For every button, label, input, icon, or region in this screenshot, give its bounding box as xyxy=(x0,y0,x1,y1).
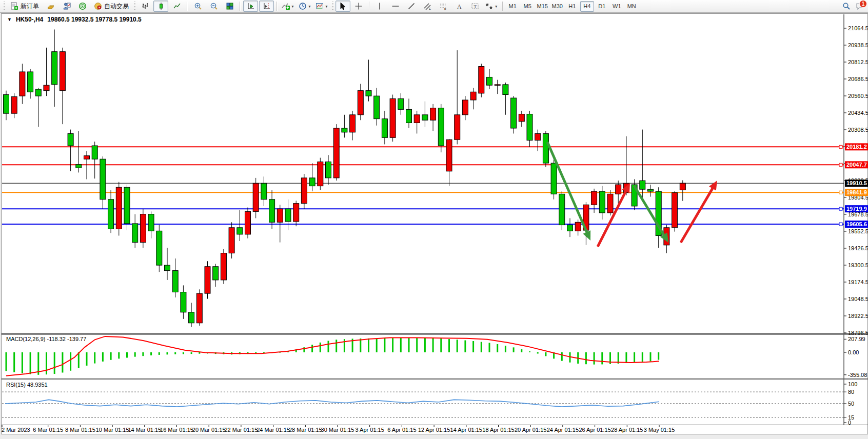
svg-text:A: A xyxy=(457,3,462,10)
chart-objects-dropdown-icon[interactable]: ▼ xyxy=(7,17,12,22)
trendline-button[interactable] xyxy=(404,1,419,12)
data-window-button[interactable] xyxy=(59,1,74,12)
candle-body xyxy=(100,159,106,199)
tab-timeframe-D1[interactable]: D1 xyxy=(595,1,609,12)
auto-scroll-button[interactable] xyxy=(243,1,258,12)
tab-timeframe-H4[interactable]: H4 xyxy=(580,1,594,12)
tab-timeframe-M30[interactable]: M30 xyxy=(550,1,564,12)
candle-body xyxy=(60,52,65,91)
hline-handle[interactable] xyxy=(839,163,842,166)
crosshair-button[interactable] xyxy=(351,1,366,12)
signal-button[interactable] xyxy=(75,1,90,12)
chart-canvas[interactable]: 21064.520938.520812.520686.520560.520434… xyxy=(0,0,868,439)
candle-body xyxy=(414,115,420,123)
candle-body xyxy=(495,85,500,86)
candle-body xyxy=(116,187,122,229)
periods-button[interactable]: ▼ xyxy=(297,1,313,12)
text-button[interactable]: A xyxy=(452,1,467,12)
templates-button[interactable]: ▼ xyxy=(314,1,330,12)
tab-timeframe-M5[interactable]: M5 xyxy=(521,1,535,12)
horizontal-line-icon xyxy=(391,2,400,10)
indicators-icon xyxy=(282,2,290,10)
hline-handle[interactable] xyxy=(839,223,842,226)
candle-body xyxy=(616,185,621,194)
price-tick-label: 19552.5 xyxy=(848,228,868,234)
zoom-out-button[interactable] xyxy=(206,1,221,12)
timeframe-group: M1M5M15M30H1H4D1W1MN xyxy=(505,1,639,12)
text-label-button[interactable]: T xyxy=(468,1,483,12)
tab-timeframe-W1[interactable]: W1 xyxy=(610,1,624,12)
vertical-line-button[interactable] xyxy=(372,1,387,12)
tab-timeframe-H1[interactable]: H1 xyxy=(565,1,579,12)
chart-symbol-period: HK50-,H4 xyxy=(16,16,43,23)
bar-chart-button[interactable] xyxy=(137,1,152,12)
candle-body xyxy=(398,98,404,109)
tab-timeframe-M1[interactable]: M1 xyxy=(506,1,520,12)
auto-trading-button[interactable]: 自动交易 xyxy=(91,1,132,12)
candle-body xyxy=(591,191,597,205)
hline-handle[interactable] xyxy=(839,207,842,210)
candle-chart-button[interactable] xyxy=(153,1,168,12)
candle-body xyxy=(551,163,557,194)
time-tick-label: 3 May 01:15 xyxy=(644,427,675,433)
price-tick-label: 20686.5 xyxy=(848,76,868,82)
tile-windows-button[interactable] xyxy=(222,1,237,12)
zoom-in-button[interactable] xyxy=(190,1,205,12)
signal-icon xyxy=(78,2,87,10)
candle-body xyxy=(527,114,532,140)
time-tick-label: 10 Mar 01:15 xyxy=(96,427,129,433)
cursor-button[interactable] xyxy=(336,1,350,12)
candle-body xyxy=(92,146,97,159)
toolbar-grip xyxy=(332,2,333,11)
arrows-button[interactable]: ▼ xyxy=(484,1,500,12)
auto-trading-icon xyxy=(94,2,102,10)
candle-body xyxy=(382,119,387,138)
candle-body xyxy=(559,194,565,225)
fibonacci-button[interactable]: F xyxy=(436,1,451,12)
price-tick-label: 19174.5 xyxy=(848,279,868,285)
tab-timeframe-M15[interactable]: M15 xyxy=(536,1,549,12)
market-watch-button[interactable] xyxy=(43,1,58,12)
tab-timeframe-MN[interactable]: MN xyxy=(625,1,639,12)
line-chart-button[interactable] xyxy=(169,1,184,12)
notifications-button[interactable]: 1 xyxy=(856,2,864,10)
candle-body xyxy=(35,89,41,96)
chart-ohlc-values: 19860.5 19932.5 19778.5 19910.5 xyxy=(47,16,142,23)
candle-body xyxy=(108,199,114,229)
time-tick-label: 3 Apr 01:15 xyxy=(356,427,384,433)
candle-body xyxy=(487,77,492,85)
indicators-button[interactable]: ▼ xyxy=(280,1,296,12)
candle-body xyxy=(165,265,170,270)
macd-scale-label: -355.08 xyxy=(848,372,867,378)
time-tick-label: 6 Apr 01:15 xyxy=(387,427,416,433)
price-tick-label: 18796.5 xyxy=(848,330,868,336)
channel-button[interactable]: E xyxy=(420,1,435,12)
candle-body xyxy=(333,128,339,178)
price-tick-label: 20812.5 xyxy=(848,59,868,65)
candle-body xyxy=(68,133,73,146)
new-order-button[interactable]: 新订单 xyxy=(7,1,42,12)
candle-body xyxy=(342,128,347,132)
toolbar-separator xyxy=(369,2,370,11)
search-icon[interactable] xyxy=(842,2,851,10)
horizontal-line-button[interactable] xyxy=(388,1,403,12)
price-tick-label: 20434.5 xyxy=(848,110,868,116)
price-tick-label: 20938.5 xyxy=(848,42,868,48)
channel-icon: E xyxy=(423,2,431,10)
line-chart-icon xyxy=(173,2,181,10)
auto-trading-label: 自动交易 xyxy=(104,2,129,11)
candle-body xyxy=(140,214,146,243)
candle-body xyxy=(229,228,234,253)
candle-body xyxy=(374,96,380,119)
macd-scale-label: 0.00 xyxy=(848,349,859,355)
hline-handle[interactable] xyxy=(839,191,842,194)
candle-body xyxy=(462,100,468,115)
price-tick-label: 20560.5 xyxy=(848,93,868,99)
trend-arrow-line[interactable] xyxy=(681,185,715,243)
chart-shift-button[interactable] xyxy=(259,1,274,12)
hline-handle[interactable] xyxy=(839,145,842,148)
time-tick-label: 2 Mar 2023 xyxy=(2,427,30,433)
candle-body xyxy=(293,204,299,222)
candle-body xyxy=(148,214,154,231)
candle-body xyxy=(599,191,605,213)
